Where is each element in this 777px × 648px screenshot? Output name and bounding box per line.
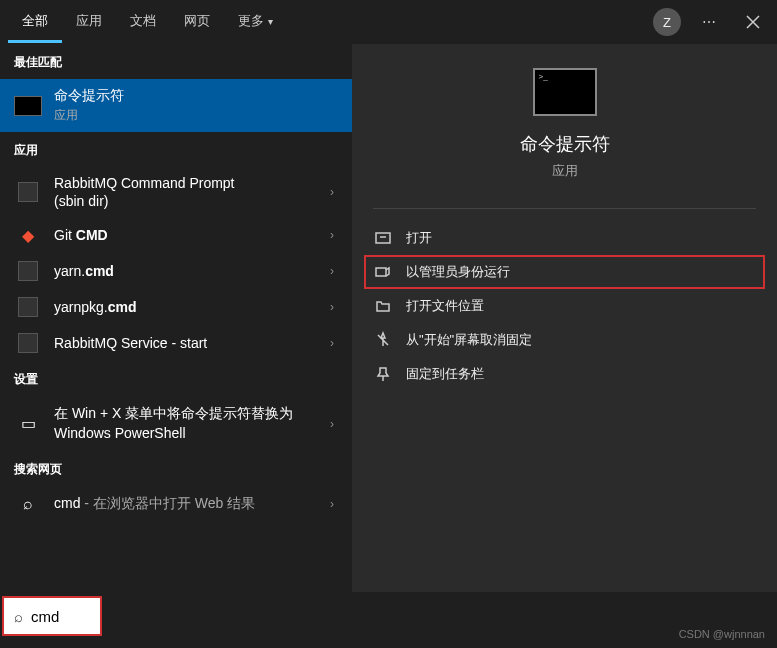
watermark: CSDN @wjnnnan — [679, 628, 765, 640]
search-box[interactable]: ⌕ — [2, 596, 102, 636]
result-title: yarnpkg.cmd — [54, 299, 314, 315]
folder-icon — [374, 297, 392, 315]
section-web: 搜索网页 — [0, 451, 352, 486]
result-app-rabbitmq-prompt[interactable]: RabbitMQ Command Prompt (sbin dir) › — [0, 167, 352, 217]
svg-rect-1 — [376, 268, 386, 276]
action-open-file-location[interactable]: 打开文件位置 — [364, 289, 765, 323]
user-avatar[interactable]: Z — [653, 8, 681, 36]
script-icon — [18, 297, 38, 317]
action-run-as-admin[interactable]: 以管理员身份运行 — [364, 255, 765, 289]
chevron-right-icon[interactable]: › — [326, 228, 338, 242]
tab-more[interactable]: 更多▾ — [224, 2, 287, 43]
git-icon: ◆ — [22, 226, 34, 245]
result-best-match[interactable]: 命令提示符 应用 — [0, 79, 352, 132]
search-icon: ⌕ — [23, 495, 33, 513]
action-label: 以管理员身份运行 — [406, 263, 510, 281]
svg-rect-0 — [376, 233, 390, 243]
top-bar: 全部 应用 文档 网页 更多▾ Z ⋯ — [0, 0, 777, 44]
unpin-icon — [374, 331, 392, 349]
result-subtitle: 应用 — [54, 107, 338, 124]
search-icon: ⌕ — [14, 608, 23, 625]
tab-documents[interactable]: 文档 — [116, 2, 170, 43]
result-app-yarn-cmd[interactable]: yarn.cmd › — [0, 253, 352, 289]
result-setting-winx[interactable]: ▭ 在 Win + X 菜单中将命令提示符替换为 Windows PowerSh… — [0, 396, 352, 451]
chevron-right-icon[interactable]: › — [326, 417, 338, 431]
open-icon — [374, 229, 392, 247]
result-app-git-cmd[interactable]: ◆ Git CMD › — [0, 217, 352, 253]
chevron-right-icon[interactable]: › — [326, 497, 338, 511]
tab-web[interactable]: 网页 — [170, 2, 224, 43]
result-title: RabbitMQ Command Prompt — [54, 175, 314, 191]
action-label: 固定到任务栏 — [406, 365, 484, 383]
action-label: 从"开始"屏幕取消固定 — [406, 331, 532, 349]
section-apps: 应用 — [0, 132, 352, 167]
result-app-yarnpkg-cmd[interactable]: yarnpkg.cmd › — [0, 289, 352, 325]
results-panel: 最佳匹配 命令提示符 应用 应用 RabbitMQ Command Prompt… — [0, 44, 352, 592]
preview-title: 命令提示符 — [520, 132, 610, 156]
cmd-app-icon — [14, 96, 42, 116]
section-best-match: 最佳匹配 — [0, 44, 352, 79]
divider — [373, 208, 756, 209]
result-title: 在 Win + X 菜单中将命令提示符替换为 Windows PowerShel… — [54, 404, 314, 443]
tab-apps[interactable]: 应用 — [62, 2, 116, 43]
script-icon — [18, 261, 38, 281]
action-label: 打开 — [406, 229, 432, 247]
more-options-icon[interactable]: ⋯ — [693, 6, 725, 38]
action-label: 打开文件位置 — [406, 297, 484, 315]
admin-shield-icon — [374, 263, 392, 281]
service-icon — [18, 333, 38, 353]
result-title: Git CMD — [54, 227, 314, 243]
result-title-line2: (sbin dir) — [54, 193, 314, 209]
action-pin-taskbar[interactable]: 固定到任务栏 — [364, 357, 765, 391]
search-input[interactable] — [31, 608, 91, 625]
result-title: 命令提示符 — [54, 87, 338, 105]
action-open[interactable]: 打开 — [364, 221, 765, 255]
result-web-search[interactable]: ⌕ cmd - 在浏览器中打开 Web 结果 › — [0, 486, 352, 522]
display-icon: ▭ — [21, 414, 36, 433]
result-title: yarn.cmd — [54, 263, 314, 279]
chevron-right-icon[interactable]: › — [326, 300, 338, 314]
chevron-right-icon[interactable]: › — [326, 185, 338, 199]
chevron-right-icon[interactable]: › — [326, 336, 338, 350]
result-title: cmd - 在浏览器中打开 Web 结果 — [54, 495, 314, 513]
action-unpin-start[interactable]: 从"开始"屏幕取消固定 — [364, 323, 765, 357]
preview-subtitle: 应用 — [552, 162, 578, 180]
console-icon — [18, 182, 38, 202]
tab-all[interactable]: 全部 — [8, 2, 62, 43]
pin-icon — [374, 365, 392, 383]
result-app-rabbitmq-start[interactable]: RabbitMQ Service - start › — [0, 325, 352, 361]
filter-tabs: 全部 应用 文档 网页 更多▾ — [8, 2, 287, 43]
preview-panel: 命令提示符 应用 打开 以管理员身份运行 打开文件位置 从"开始"屏幕取消固定 — [352, 44, 777, 592]
chevron-down-icon: ▾ — [268, 16, 273, 27]
preview-app-icon — [533, 68, 597, 116]
chevron-right-icon[interactable]: › — [326, 264, 338, 278]
section-settings: 设置 — [0, 361, 352, 396]
close-icon[interactable] — [737, 6, 769, 38]
result-title: RabbitMQ Service - start — [54, 335, 314, 351]
